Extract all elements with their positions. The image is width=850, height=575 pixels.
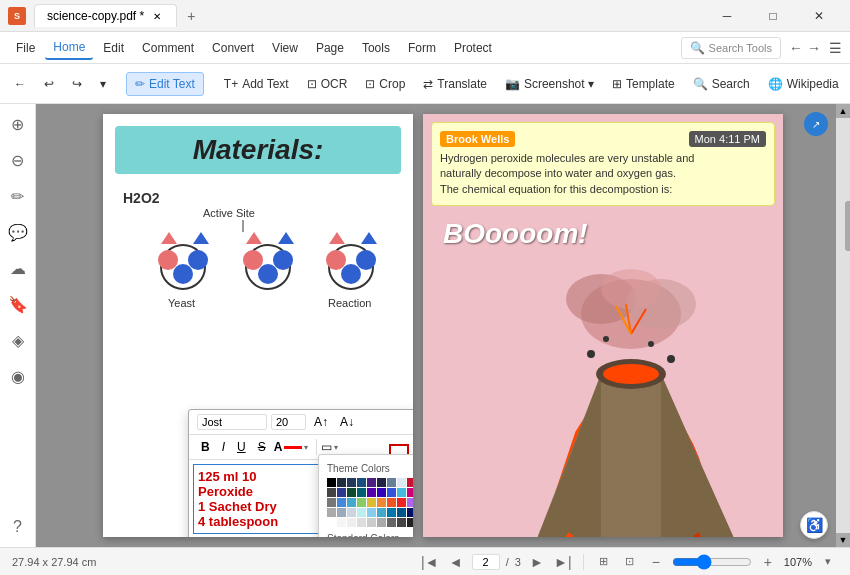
bookmark-icon[interactable]: 🔖 (6, 292, 30, 316)
search-button[interactable]: 🔍 Search (685, 73, 758, 95)
scroll-up-arrow[interactable]: ▲ (836, 104, 850, 118)
italic-button[interactable]: I (218, 439, 229, 455)
color-swatch[interactable] (397, 488, 406, 497)
color-swatch[interactable] (397, 498, 406, 507)
fit-width-button[interactable]: ⊞ (594, 552, 614, 572)
vertical-scrollbar[interactable]: ▲ ▼ (836, 104, 850, 547)
font-size-input[interactable] (271, 414, 306, 430)
new-tab-button[interactable]: + (177, 4, 205, 28)
menu-protect[interactable]: Protect (446, 37, 500, 59)
color-swatch[interactable] (337, 478, 346, 487)
color-swatch[interactable] (347, 498, 356, 507)
color-swatch[interactable] (327, 488, 336, 497)
first-page-button[interactable]: |◄ (420, 552, 440, 572)
text-color-indicator[interactable]: A ▾ (274, 440, 309, 454)
pdf-viewer[interactable]: Materials: H2O2 Active Site (36, 104, 850, 547)
toolbar-undo-btn[interactable]: ↩ (36, 73, 62, 95)
color-swatch[interactable] (327, 508, 336, 517)
translate-button[interactable]: ⇄ Translate (415, 73, 495, 95)
pages-icon[interactable]: ◉ (6, 364, 30, 388)
menu-page[interactable]: Page (308, 37, 352, 59)
menu-convert[interactable]: Convert (204, 37, 262, 59)
next-page-button[interactable]: ► (527, 552, 547, 572)
color-swatch[interactable] (377, 488, 386, 497)
edit-text-button[interactable]: ✏ Edit Text (126, 72, 204, 96)
screenshot-button[interactable]: 📷 Screenshot ▾ (497, 73, 602, 95)
toolbar-back-btn[interactable]: ← (6, 73, 34, 95)
zoom-level-dropdown[interactable]: ▾ (818, 552, 838, 572)
color-swatch[interactable] (367, 508, 376, 517)
active-tab[interactable]: science-copy.pdf * ✕ (34, 4, 177, 27)
edit-icon[interactable]: ✏ (6, 184, 30, 208)
menu-tools[interactable]: Tools (354, 37, 398, 59)
color-swatch[interactable] (387, 518, 396, 527)
color-swatch[interactable] (377, 518, 386, 527)
prev-page-button[interactable]: ◄ (446, 552, 466, 572)
scroll-thumb[interactable] (845, 201, 850, 251)
search-tools-box[interactable]: 🔍 Search Tools (681, 37, 781, 59)
color-swatch[interactable] (377, 508, 386, 517)
color-swatch[interactable] (387, 508, 396, 517)
bold-button[interactable]: B (197, 439, 214, 455)
template-button[interactable]: ⊞ Template (604, 73, 683, 95)
accessibility-button[interactable]: ♿ (800, 511, 828, 539)
color-swatch[interactable] (327, 498, 336, 507)
color-swatch[interactable] (407, 478, 413, 487)
color-swatch[interactable] (347, 518, 356, 527)
color-swatch[interactable] (407, 518, 413, 527)
help-icon[interactable]: ? (6, 515, 30, 539)
menu-file[interactable]: File (8, 37, 43, 59)
zoom-in-icon[interactable]: ⊕ (6, 112, 30, 136)
fit-page-button[interactable]: ⊡ (620, 552, 640, 572)
color-swatch[interactable] (357, 488, 366, 497)
color-swatch[interactable] (337, 518, 346, 527)
zoom-slider[interactable] (672, 554, 752, 570)
back-arrow[interactable]: ← (789, 40, 803, 56)
scroll-down-arrow[interactable]: ▼ (836, 533, 850, 547)
forward-arrow[interactable]: → (807, 40, 821, 56)
color-swatch[interactable] (387, 498, 396, 507)
wikipedia-button[interactable]: 🌐 Wikipedia (760, 73, 847, 95)
color-swatch[interactable] (397, 518, 406, 527)
color-swatch[interactable] (397, 478, 406, 487)
account-icon[interactable]: ☰ (829, 40, 842, 56)
color-swatch[interactable] (367, 478, 376, 487)
color-swatch[interactable] (357, 498, 366, 507)
layers-icon[interactable]: ◈ (6, 328, 30, 352)
color-swatch[interactable] (377, 478, 386, 487)
color-swatch[interactable] (347, 508, 356, 517)
minimize-button[interactable]: ─ (704, 0, 750, 32)
menu-form[interactable]: Form (400, 37, 444, 59)
page-number-input[interactable] (472, 554, 500, 570)
highlight-dropdown-arrow[interactable]: ▾ (334, 443, 338, 452)
color-swatch[interactable] (347, 488, 356, 497)
font-increase-btn[interactable]: A↑ (310, 414, 332, 430)
toolbar-redo-btn[interactable]: ↪ (64, 73, 90, 95)
last-page-button[interactable]: ►| (553, 552, 573, 572)
menu-comment[interactable]: Comment (134, 37, 202, 59)
menu-view[interactable]: View (264, 37, 306, 59)
toolbar-more-btn[interactable]: ▾ (92, 73, 114, 95)
color-swatch[interactable] (357, 518, 366, 527)
highlight-color-indicator[interactable]: ▭ ▾ (321, 440, 338, 454)
color-swatch[interactable] (387, 488, 396, 497)
color-swatch[interactable] (407, 508, 413, 517)
font-family-input[interactable] (197, 414, 267, 430)
tab-close-button[interactable]: ✕ (150, 9, 164, 23)
font-decrease-btn[interactable]: A↓ (336, 414, 358, 430)
color-swatch[interactable] (337, 498, 346, 507)
strikethrough-button[interactable]: S (254, 439, 270, 455)
crop-button[interactable]: ⊡ Crop (357, 73, 413, 95)
color-swatch[interactable] (367, 518, 376, 527)
add-text-button[interactable]: T+ Add Text (216, 73, 297, 95)
color-swatch[interactable] (367, 498, 376, 507)
color-swatch[interactable] (377, 498, 386, 507)
color-swatch[interactable] (347, 478, 356, 487)
floating-action-button[interactable]: ↗ (804, 112, 828, 136)
ocr-button[interactable]: ⊡ OCR (299, 73, 356, 95)
color-swatch[interactable] (387, 478, 396, 487)
comment-icon[interactable]: 💬 (6, 220, 30, 244)
zoom-out-status-btn[interactable]: − (646, 552, 666, 572)
color-swatch[interactable] (367, 488, 376, 497)
color-swatch[interactable] (357, 478, 366, 487)
